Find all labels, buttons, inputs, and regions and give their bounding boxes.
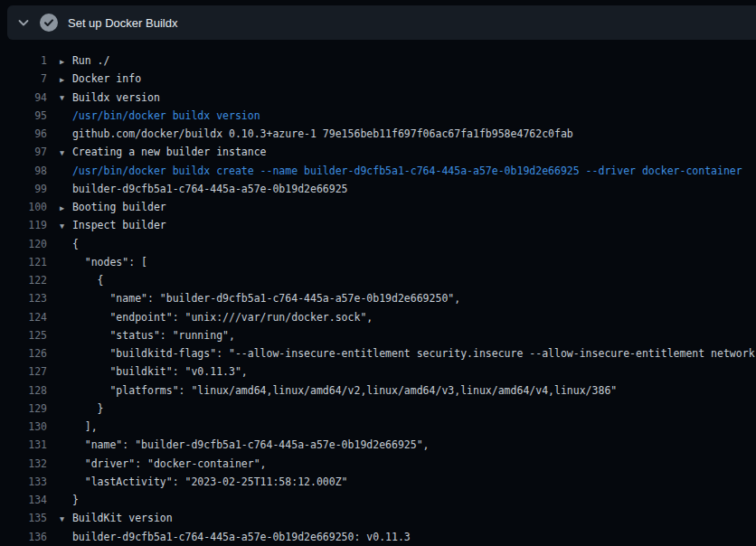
line-number[interactable]: 133 bbox=[0, 473, 47, 491]
log-line[interactable]: 100▶Booting builder bbox=[0, 198, 756, 216]
line-number[interactable]: 94 bbox=[0, 89, 47, 107]
disclosure-triangle-down-icon[interactable]: ▼ bbox=[60, 144, 72, 162]
log-line: 122 { bbox=[0, 271, 756, 289]
log-group-header[interactable]: ▶Run ./ bbox=[60, 52, 109, 70]
line-number[interactable]: 130 bbox=[0, 418, 47, 436]
log-line: 126 "buildkitd-flags": "--allow-insecure… bbox=[0, 344, 756, 362]
output-text: "status": "running", bbox=[60, 326, 235, 344]
line-number[interactable]: 122 bbox=[0, 271, 47, 289]
disclosure-triangle-down-icon[interactable]: ▼ bbox=[60, 89, 72, 107]
log-line: 120{ bbox=[0, 235, 756, 253]
output-text: { bbox=[60, 235, 79, 253]
line-number[interactable]: 121 bbox=[0, 253, 47, 271]
line-number[interactable]: 95 bbox=[0, 107, 47, 125]
disclosure-triangle-right-icon[interactable]: ▶ bbox=[60, 199, 72, 217]
check-circle-icon bbox=[40, 14, 58, 32]
log-line: 132 "driver": "docker-container", bbox=[0, 455, 756, 473]
group-title: Creating a new builder instance bbox=[72, 146, 267, 158]
line-number[interactable]: 123 bbox=[0, 289, 47, 307]
line-number[interactable]: 136 bbox=[0, 528, 47, 546]
output-text: builder-d9cfb5a1-c764-445a-a57e-0b19d2e6… bbox=[60, 180, 348, 198]
log-line[interactable]: 135▼BuildKit version bbox=[0, 509, 756, 527]
line-number[interactable]: 132 bbox=[0, 455, 47, 473]
output-text: "name": "builder-d9cfb5a1-c764-445a-a57e… bbox=[60, 289, 460, 307]
group-title: Buildx version bbox=[72, 91, 160, 104]
log-line: 96github.com/docker/buildx 0.10.3+azure-… bbox=[0, 125, 756, 143]
chevron-down-icon[interactable] bbox=[17, 16, 30, 29]
log-line[interactable]: 97▼Creating a new builder instance bbox=[0, 143, 756, 161]
group-title: Docker info bbox=[72, 72, 141, 85]
log-line: 127 "buildkit": "v0.11.3", bbox=[0, 362, 756, 381]
log-line: 121 "nodes": [ bbox=[0, 253, 756, 271]
line-number[interactable]: 128 bbox=[0, 381, 47, 400]
output-text: "name": "builder-d9cfb5a1-c764-445a-a57e… bbox=[60, 436, 430, 454]
output-text: } bbox=[60, 400, 104, 418]
step-header[interactable]: Set up Docker Buildx bbox=[7, 5, 756, 40]
line-number[interactable]: 125 bbox=[0, 326, 47, 344]
line-number[interactable]: 127 bbox=[0, 362, 47, 381]
line-number[interactable]: 120 bbox=[0, 235, 47, 253]
log-line: 99builder-d9cfb5a1-c764-445a-a57e-0b19d2… bbox=[0, 180, 756, 198]
log-line: 129 } bbox=[0, 400, 756, 418]
line-number[interactable]: 119 bbox=[0, 216, 47, 234]
log-group-header[interactable]: ▶Booting builder bbox=[60, 198, 166, 216]
disclosure-triangle-down-icon[interactable]: ▼ bbox=[60, 510, 72, 528]
log-group-header[interactable]: ▼BuildKit version bbox=[60, 509, 173, 527]
log-line[interactable]: 7▶Docker info bbox=[0, 70, 756, 88]
output-text: ], bbox=[60, 418, 98, 436]
disclosure-triangle-right-icon[interactable]: ▶ bbox=[60, 71, 72, 89]
line-number[interactable]: 124 bbox=[0, 308, 47, 326]
disclosure-triangle-down-icon[interactable]: ▼ bbox=[60, 217, 72, 235]
log-line: 131 "name": "builder-d9cfb5a1-c764-445a-… bbox=[0, 436, 756, 454]
log-line: 134} bbox=[0, 491, 756, 509]
log-group-header[interactable]: ▶Docker info bbox=[60, 70, 141, 88]
log-viewer: 1▶Run ./7▶Docker info94▼Buildx version95… bbox=[0, 40, 756, 546]
line-number[interactable]: 96 bbox=[0, 125, 47, 143]
command-text: /usr/bin/docker buildx create --name bui… bbox=[60, 162, 742, 180]
log-line: 125 "status": "running", bbox=[0, 326, 756, 344]
log-group-header[interactable]: ▼Creating a new builder instance bbox=[60, 143, 267, 161]
group-title: Inspect builder bbox=[72, 219, 166, 231]
line-number[interactable]: 99 bbox=[0, 180, 47, 198]
output-text: } bbox=[60, 491, 79, 509]
output-text: "platforms": "linux/amd64,linux/amd64/v2… bbox=[60, 381, 617, 400]
log-line[interactable]: 119▼Inspect builder bbox=[0, 216, 756, 234]
log-line: 130 ], bbox=[0, 418, 756, 436]
line-number[interactable]: 126 bbox=[0, 344, 47, 362]
log-line: 123 "name": "builder-d9cfb5a1-c764-445a-… bbox=[0, 289, 756, 307]
step-title: Set up Docker Buildx bbox=[68, 16, 177, 30]
log-line: 136builder-d9cfb5a1-c764-445a-a57e-0b19d… bbox=[0, 528, 756, 546]
line-number[interactable]: 131 bbox=[0, 436, 47, 454]
output-text: "buildkitd-flags": "--allow-insecure-ent… bbox=[60, 344, 756, 362]
output-text: github.com/docker/buildx 0.10.3+azure-1 … bbox=[60, 125, 573, 143]
group-title: BuildKit version bbox=[72, 512, 173, 524]
log-line: 133 "lastActivity": "2023-02-25T11:58:12… bbox=[0, 473, 756, 491]
line-number[interactable]: 7 bbox=[0, 70, 47, 88]
log-line: 98/usr/bin/docker buildx create --name b… bbox=[0, 162, 756, 180]
line-number[interactable]: 1 bbox=[0, 52, 47, 70]
log-line[interactable]: 94▼Buildx version bbox=[0, 89, 756, 107]
output-text: "lastActivity": "2023-02-25T11:58:12.000… bbox=[60, 473, 348, 491]
line-number[interactable]: 129 bbox=[0, 400, 47, 418]
log-group-header[interactable]: ▼Inspect builder bbox=[60, 216, 166, 234]
output-text: "nodes": [ bbox=[60, 253, 147, 271]
output-text: builder-d9cfb5a1-c764-445a-a57e-0b19d2e6… bbox=[60, 528, 411, 546]
line-number[interactable]: 135 bbox=[0, 509, 47, 527]
output-text: "driver": "docker-container", bbox=[60, 455, 267, 473]
output-text: "endpoint": "unix:///var/run/docker.sock… bbox=[60, 308, 373, 326]
line-number[interactable]: 98 bbox=[0, 162, 47, 180]
log-group-header[interactable]: ▼Buildx version bbox=[60, 89, 160, 107]
output-text: { bbox=[60, 271, 104, 289]
output-text: "buildkit": "v0.11.3", bbox=[60, 362, 248, 381]
group-title: Booting builder bbox=[72, 201, 166, 213]
command-text: /usr/bin/docker buildx version bbox=[60, 107, 260, 125]
line-number[interactable]: 100 bbox=[0, 198, 47, 216]
group-title: Run ./ bbox=[72, 54, 110, 67]
log-line: 128 "platforms": "linux/amd64,linux/amd6… bbox=[0, 381, 756, 400]
log-line: 124 "endpoint": "unix:///var/run/docker.… bbox=[0, 308, 756, 326]
log-line[interactable]: 1▶Run ./ bbox=[0, 52, 756, 70]
disclosure-triangle-right-icon[interactable]: ▶ bbox=[60, 52, 72, 71]
line-number[interactable]: 97 bbox=[0, 143, 47, 161]
line-number[interactable]: 134 bbox=[0, 491, 47, 509]
log-line: 95/usr/bin/docker buildx version bbox=[0, 107, 756, 125]
